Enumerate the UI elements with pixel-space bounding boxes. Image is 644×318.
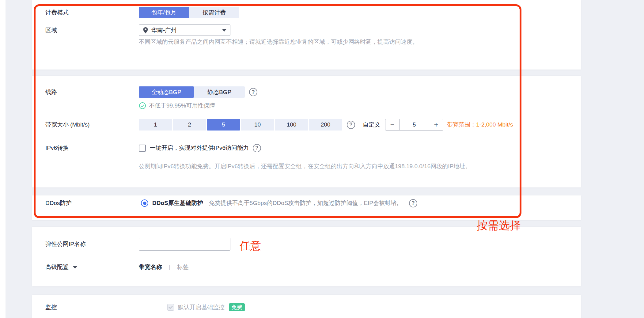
line-label: 线路 xyxy=(32,88,139,96)
tab-divider: | xyxy=(169,264,170,271)
bandwidth-custom-label: 自定义 xyxy=(363,121,380,129)
card-eip-name: 弹性公网IP名称 高级配置 带宽名称 | 标签 xyxy=(32,227,581,286)
eip-name-row: 弹性公网IP名称 xyxy=(32,238,581,251)
bandwidth-option[interactable]: 1 xyxy=(139,119,172,131)
ipv6-checkbox[interactable] xyxy=(139,145,146,152)
bandwidth-row: 带宽大小 (Mbit/s) 1 2 5 10 100 200 ? 自定义 − +… xyxy=(32,119,581,131)
ipv6-row: IPv6转换 一键开启，实现对外提供IPv6访问能力 ? xyxy=(32,144,581,152)
card-monitor: 监控 默认开启基础监控 免费 xyxy=(32,295,581,318)
line-help-icon[interactable]: ? xyxy=(249,88,257,96)
check-icon xyxy=(169,305,172,309)
ipv6-toggle-label: 一键开启，实现对外提供IPv6访问能力 xyxy=(150,144,249,152)
line-toggle: 全动态BGP 静态BGP xyxy=(139,86,245,98)
billing-mode-toggle: 包年/包月 按需计费 xyxy=(139,7,239,18)
ddos-description: 免费提供不高于5Gbps的DDoS攻击防护，如超过防护阈值，EIP会被封堵。 xyxy=(209,199,402,207)
ddos-row: DDos防护 DDoS原生基础防护 免费提供不高于5Gbps的DDoS攻击防护，… xyxy=(32,199,581,207)
ddos-label: DDos防护 xyxy=(32,199,139,207)
bandwidth-help-icon[interactable]: ? xyxy=(347,121,355,129)
eip-name-input[interactable] xyxy=(139,238,230,251)
ddos-option-label: DDoS原生基础防护 xyxy=(152,199,203,207)
billing-mode-row: 计费模式 包年/包月 按需计费 xyxy=(32,7,581,18)
stepper-minus-button[interactable]: − xyxy=(385,119,399,130)
ddos-help-icon[interactable]: ? xyxy=(409,199,417,207)
billing-option-prepaid[interactable]: 包年/包月 xyxy=(139,7,189,18)
ipv6-help-text: 公测期间IPv6转换功能免费。开启IPv6转换后，还需配置安全组，在安全组的出方… xyxy=(139,162,572,170)
advanced-config-row: 高级配置 带宽名称 | 标签 xyxy=(32,263,581,271)
advanced-config-label: 高级配置 xyxy=(45,263,69,271)
bandwidth-stepper: − + xyxy=(385,119,443,131)
bandwidth-option[interactable]: 5 xyxy=(207,119,240,131)
tab-label[interactable]: 标签 xyxy=(177,263,189,271)
card-ddos: DDos防护 DDoS原生基础防护 免费提供不高于5Gbps的DDoS攻击防护，… xyxy=(32,195,581,220)
line-sla-note: 不低于99.95%可用性保障 xyxy=(149,102,215,110)
free-badge: 免费 xyxy=(229,303,245,311)
card-line-bandwidth: 线路 全动态BGP 静态BGP ? 不低于99.95%可用性保障 带宽大小 (M… xyxy=(32,76,581,187)
region-selected-value: 华南-广州 xyxy=(151,26,222,34)
monitor-row: 监控 默认开启基础监控 免费 xyxy=(32,303,581,311)
line-sla-row: 不低于99.95%可用性保障 xyxy=(32,102,581,110)
line-row: 线路 全动态BGP 静态BGP ? xyxy=(32,86,581,98)
bandwidth-value-input[interactable] xyxy=(399,119,429,130)
billing-option-ondemand[interactable]: 按需计费 xyxy=(189,7,239,18)
location-pin-icon xyxy=(143,27,148,34)
bandwidth-option[interactable]: 10 xyxy=(241,119,274,131)
eip-name-label: 弹性公网IP名称 xyxy=(32,240,139,248)
region-select[interactable]: 华南-广州 xyxy=(139,25,230,36)
ipv6-help-icon[interactable]: ? xyxy=(253,144,261,152)
chevron-down-icon xyxy=(222,29,226,32)
bandwidth-range-note: 带宽范围：1-2,000 Mbit/s xyxy=(447,121,513,129)
bandwidth-option[interactable]: 100 xyxy=(275,119,308,131)
region-help-text: 不同区域的云服务产品之间内网互不相通；请就近选择靠近您业务的区域，可减少网络时延… xyxy=(139,38,572,46)
chevron-down-icon xyxy=(73,266,78,269)
page-left-edge xyxy=(0,0,6,318)
bandwidth-options: 1 2 5 10 100 200 xyxy=(139,119,342,131)
tab-bandwidth-name[interactable]: 带宽名称 xyxy=(139,263,162,271)
monitor-checkbox xyxy=(167,304,174,311)
billing-mode-label: 计费模式 xyxy=(32,9,139,17)
bandwidth-option[interactable]: 2 xyxy=(173,119,206,131)
stepper-plus-button[interactable]: + xyxy=(429,119,443,130)
check-circle-icon xyxy=(139,102,146,109)
monitor-label: 监控 xyxy=(32,303,139,311)
advanced-config-toggle[interactable]: 高级配置 xyxy=(32,263,139,271)
bandwidth-label: 带宽大小 (Mbit/s) xyxy=(32,121,139,129)
region-row: 区域 华南-广州 xyxy=(32,25,581,36)
bandwidth-option[interactable]: 200 xyxy=(309,119,342,131)
line-option-dynamic-bgp[interactable]: 全动态BGP xyxy=(139,86,194,98)
ddos-radio[interactable] xyxy=(141,199,148,207)
monitor-toggle-label: 默认开启基础监控 xyxy=(178,303,225,311)
ipv6-label: IPv6转换 xyxy=(32,144,139,152)
region-label: 区域 xyxy=(32,26,139,34)
card-billing-region: 计费模式 包年/包月 按需计费 区域 华南-广州 不同区域的云服务产品之间内网互… xyxy=(32,0,581,70)
line-option-static-bgp[interactable]: 静态BGP xyxy=(194,86,245,98)
